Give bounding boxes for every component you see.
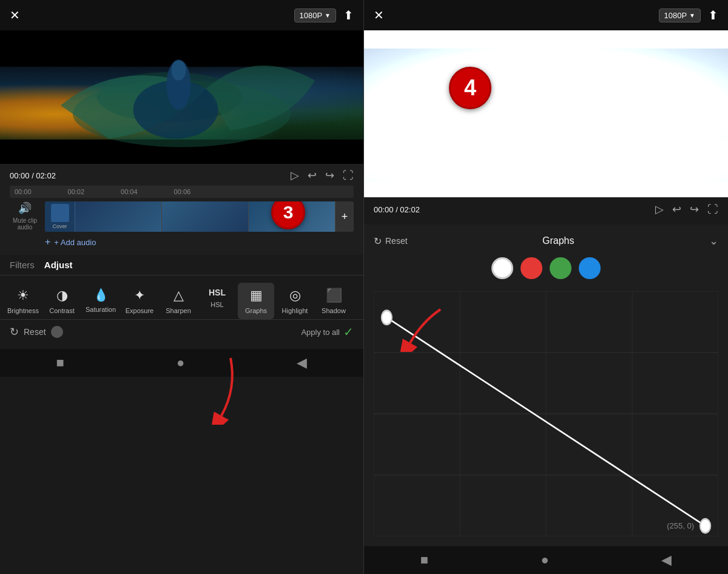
resolution-badge[interactable]: 1080P ▼ <box>294 8 337 22</box>
channel-blue-button[interactable] <box>579 257 601 279</box>
white-bar-top <box>364 30 728 49</box>
expand-button[interactable]: ⌄ <box>709 234 718 248</box>
highlight-icon: ◎ <box>289 288 301 303</box>
reset-icon: ↻ <box>10 325 19 339</box>
play-button[interactable]: ▷ <box>291 169 299 182</box>
svg-point-4 <box>172 61 186 81</box>
sharpen-icon: △ <box>174 288 184 303</box>
nav-circle-icon[interactable]: ● <box>177 355 184 371</box>
time-display: 00:00 / 02:02 <box>10 171 56 180</box>
right-resolution-badge[interactable]: 1080P ▼ <box>659 8 701 22</box>
left-video-preview <box>0 30 363 164</box>
right-timeline-controls: 00:00 / 02:02 ▷ ↩ ↪ ⛶ <box>374 203 718 216</box>
confirm-icon[interactable]: ✓ <box>343 325 354 339</box>
mute-icon[interactable]: 🔊 <box>18 201 32 215</box>
undo-button[interactable]: ↩ <box>308 169 317 182</box>
right-timeline-area: 00:00 / 02:02 ▷ ↩ ↪ ⛶ <box>364 197 728 225</box>
tool-sharpen[interactable]: △ Sharpen <box>160 283 197 319</box>
right-panel: ✕ 1080P ▼ ⬆ <box>364 0 728 574</box>
add-clip-button[interactable]: + <box>335 201 354 232</box>
svg-point-22 <box>700 519 710 533</box>
nav-square-icon[interactable]: ■ <box>56 355 64 371</box>
tool-temp[interactable]: 🌡 Temp <box>354 283 363 319</box>
channel-white-button[interactable] <box>491 257 513 279</box>
timeline-track-area: 🔊 Mute clipaudio Cover + <box>10 201 354 250</box>
right-fullscreen-button[interactable]: ⛶ <box>707 203 718 216</box>
graphs-title: Graphs <box>542 235 574 246</box>
right-close-button[interactable]: ✕ <box>374 8 384 22</box>
timeline-controls: 00:00 / 02:02 ▷ ↩ ↪ ⛶ <box>10 169 354 182</box>
track-labels: 🔊 Mute clipaudio <box>10 201 40 231</box>
timeline-ruler: 00:00 00:02 00:04 00:06 <box>10 186 354 198</box>
right-video-scene <box>364 49 728 182</box>
mute-label: Mute clipaudio <box>13 217 37 231</box>
reset-row: ↻ Reset <box>10 325 63 339</box>
left-panel: ✕ 1080P ▼ ⬆ <box>0 0 364 574</box>
graphs-icon: ▦ <box>250 288 263 303</box>
svg-rect-9 <box>364 140 728 182</box>
apply-all-row: Apply to all ✓ <box>301 325 354 339</box>
graphs-header: ↻ Reset Graphs ⌄ <box>374 234 718 248</box>
right-nav-square-icon[interactable]: ■ <box>420 552 428 568</box>
channel-buttons <box>374 257 718 279</box>
right-top-bar: ✕ 1080P ▼ ⬆ <box>364 0 728 30</box>
close-button[interactable]: ✕ <box>10 8 20 22</box>
tool-brightness[interactable]: ☀ Brightness <box>5 283 41 319</box>
tab-filters[interactable]: Filters <box>10 260 35 270</box>
right-reset-button[interactable]: ↻ Reset <box>374 235 408 247</box>
video-scene-left <box>0 67 363 140</box>
tool-highlight[interactable]: ◎ Highlight <box>277 283 313 319</box>
channel-red-button[interactable] <box>521 257 542 279</box>
right-nav-back-icon[interactable]: ◀ <box>661 552 672 568</box>
svg-point-7 <box>510 82 558 112</box>
right-time-display: 00:00 / 02:02 <box>374 205 420 214</box>
right-nav-bar: ■ ● ◀ <box>364 546 728 574</box>
svg-point-21 <box>382 311 392 325</box>
white-bar-bottom <box>364 182 728 197</box>
add-audio-row: + + Add audio <box>45 234 354 250</box>
upload-button[interactable]: ⬆ <box>343 8 354 22</box>
shadow-icon: ⬛ <box>326 288 342 303</box>
left-top-bar: ✕ 1080P ▼ ⬆ <box>0 0 363 30</box>
fullscreen-button[interactable]: ⛶ <box>343 169 354 182</box>
tools-row: ☀ Brightness ◑ Contrast 💧 Saturation ✦ E… <box>0 283 363 319</box>
right-video-preview <box>364 49 728 182</box>
bottom-toolbar: Filters Adjust ☀ Brightness ◑ Contrast 💧… <box>0 255 363 349</box>
thumb-2 <box>162 201 249 232</box>
video-track: Cover + 3 + + Add audio <box>45 201 354 250</box>
tool-saturation[interactable]: 💧 Saturation <box>83 283 119 319</box>
right-undo-button[interactable]: ↩ <box>672 203 681 216</box>
add-audio-button[interactable]: + Add audio <box>54 238 96 247</box>
timeline-area: 00:00 / 02:02 ▷ ↩ ↪ ⛶ 00:00 00:02 00:04 … <box>0 164 363 255</box>
tool-graphs[interactable]: ▦ Graphs <box>238 283 274 319</box>
tool-exposure[interactable]: ✦ Exposure <box>121 283 158 319</box>
coord-label: (255, 0) <box>667 521 694 530</box>
filters-adjust-tabs: Filters Adjust <box>0 260 363 275</box>
tab-adjust[interactable]: Adjust <box>44 260 73 270</box>
right-nav-circle-icon[interactable]: ● <box>541 552 549 568</box>
right-upload-button[interactable]: ⬆ <box>708 8 718 22</box>
contrast-icon: ◑ <box>56 288 68 303</box>
nav-back-icon[interactable]: ◀ <box>297 355 307 371</box>
step-4-badge: 4 <box>449 67 491 109</box>
right-play-button[interactable]: ▷ <box>655 203 664 216</box>
exposure-icon: ✦ <box>134 288 145 303</box>
apply-to-all-label[interactable]: Apply to all <box>301 328 340 337</box>
saturation-icon: 💧 <box>93 288 109 302</box>
action-bar: ↻ Reset Apply to all ✓ <box>0 319 363 344</box>
video-track-strip[interactable]: Cover + 3 <box>45 201 354 232</box>
right-video-wrap: 4 <box>364 30 728 197</box>
left-nav-bar: ■ ● ◀ <box>0 349 363 377</box>
brightness-icon: ☀ <box>17 288 29 303</box>
curve-canvas[interactable]: (255, 0) <box>374 291 718 536</box>
tool-hsl[interactable]: HSL HSL <box>199 283 235 319</box>
channel-green-button[interactable] <box>550 257 571 279</box>
redo-button[interactable]: ↪ <box>325 169 334 182</box>
hsl-icon: HSL <box>209 288 226 297</box>
right-redo-button[interactable]: ↪ <box>690 203 699 216</box>
reset-label[interactable]: Reset <box>24 327 46 337</box>
tool-contrast[interactable]: ◑ Contrast <box>44 283 80 319</box>
timeline-icons: ▷ ↩ ↪ ⛶ <box>291 169 354 182</box>
reset-circle <box>51 326 63 338</box>
tool-shadow[interactable]: ⬛ Shadow <box>315 283 352 319</box>
